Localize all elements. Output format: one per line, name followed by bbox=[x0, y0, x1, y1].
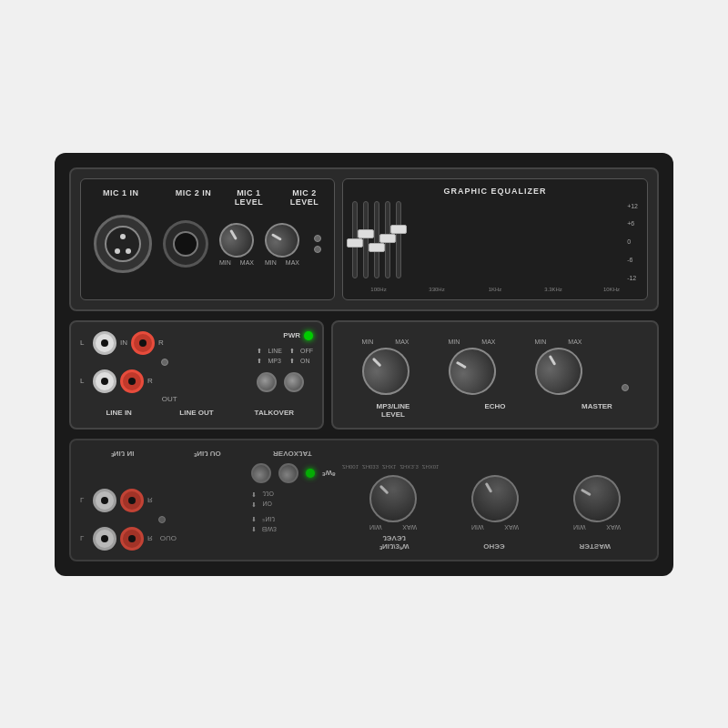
off-switch-label: OFF bbox=[300, 348, 313, 354]
eq-slider-5[interactable] bbox=[396, 201, 401, 278]
eq-db-minus6: -6 bbox=[627, 257, 638, 263]
eq-title: GRAPHIC EQUALIZER bbox=[352, 187, 638, 196]
ref-rca-white-2 bbox=[93, 489, 116, 512]
eq-db-plus6: +6 bbox=[627, 220, 638, 227]
echo-knob-group: MINMAX bbox=[449, 339, 496, 395]
rca-section: L IN R L bbox=[80, 331, 249, 403]
ref-button-2 bbox=[278, 463, 298, 483]
line-section: L IN R L bbox=[69, 320, 324, 430]
pwr-label: PWR bbox=[283, 331, 300, 339]
eq-freq-1k: 1KHz bbox=[469, 287, 521, 292]
eq-db-0: 0 bbox=[627, 238, 638, 245]
mic1-level-label: MIC 1LEVEL bbox=[235, 188, 264, 208]
mic2-min: MIN bbox=[265, 259, 277, 266]
talkover-button-2[interactable] bbox=[284, 372, 304, 392]
mic1-min: MIN bbox=[219, 259, 231, 266]
in-label: IN bbox=[120, 339, 127, 347]
controls-section: MINMAX MINMAX MINMAX bbox=[331, 320, 659, 430]
mic2-in-label: MIC 2 IN bbox=[176, 188, 212, 198]
l-label-in: L bbox=[80, 339, 89, 347]
reflected-panel: L R OUO L R bbox=[69, 439, 659, 561]
line-switch-label: LINE bbox=[268, 348, 282, 354]
bottom-labels-row: LINE IN LINE OUT TALKOVER bbox=[80, 409, 313, 417]
master-label: MASTER bbox=[546, 402, 648, 419]
reflected-inner: L R OUO L R bbox=[80, 450, 648, 551]
pwr-led bbox=[304, 331, 313, 340]
line-in-label: LINE IN bbox=[80, 409, 157, 417]
ref-knob-1 bbox=[359, 465, 427, 532]
r-label-in: R bbox=[158, 339, 164, 347]
mic1-max: MAX bbox=[240, 259, 254, 266]
master-knob-group: MINMAX bbox=[535, 339, 582, 395]
mic1-level-knob-group: MIN MAX bbox=[219, 223, 254, 266]
screw-bottom bbox=[314, 246, 321, 253]
ref-knob-2 bbox=[462, 466, 527, 531]
ref-rca-red-2 bbox=[120, 489, 144, 512]
mp3-line-label: MP3/LINELEVEL bbox=[342, 402, 444, 419]
echo-knob[interactable] bbox=[440, 339, 504, 403]
ref-knob-3 bbox=[564, 466, 629, 531]
screw-mid bbox=[161, 359, 168, 366]
rca-in-white-1[interactable] bbox=[93, 331, 116, 355]
eq-slider-2[interactable] bbox=[363, 201, 369, 278]
master-minmax: MINMAX bbox=[535, 339, 582, 345]
echo-minmax: MINMAX bbox=[449, 339, 496, 345]
ref-rca-white-1 bbox=[93, 527, 116, 551]
mic-section: MIC 1 IN MIC 2 IN MIC 1LEVEL MIC 2LEVEL bbox=[80, 178, 335, 300]
eq-slider-1[interactable] bbox=[352, 201, 358, 278]
echo-label: ECHO bbox=[444, 402, 546, 419]
controls-labels-row: MP3/LINELEVEL ECHO MASTER bbox=[342, 402, 648, 419]
talkover-area: PWR ⬆ LINE ⬆ MP3 bbox=[257, 331, 313, 392]
screw-controls bbox=[622, 384, 629, 391]
middle-panel: L IN R L bbox=[69, 320, 659, 430]
mic1-level-knob[interactable] bbox=[213, 217, 260, 264]
controls-knobs-row: MINMAX MINMAX MINMAX bbox=[342, 331, 648, 395]
l-label-out: L bbox=[80, 377, 89, 385]
master-knob[interactable] bbox=[526, 339, 591, 403]
line-out-label: LINE OUT bbox=[157, 409, 235, 417]
screw-top bbox=[314, 235, 321, 242]
rca-out-white-1[interactable] bbox=[93, 369, 116, 393]
mic2-max: MAX bbox=[286, 259, 299, 266]
on-switch-label: ON bbox=[300, 358, 310, 364]
ref-screw bbox=[158, 516, 166, 523]
mic2-level-knob[interactable] bbox=[258, 217, 306, 264]
trs-input[interactable] bbox=[163, 220, 208, 268]
eq-db-minus12: -12 bbox=[627, 275, 638, 281]
r-label-out: R bbox=[147, 377, 153, 385]
mp3-line-knob[interactable] bbox=[352, 338, 420, 405]
ref-button-1 bbox=[251, 463, 271, 483]
out-label: OUT bbox=[89, 395, 249, 403]
mp3-line-knob-group: MINMAX bbox=[362, 339, 410, 395]
main-container: MIC 1 IN MIC 2 IN MIC 1LEVEL MIC 2LEVEL bbox=[55, 153, 673, 576]
eq-freq-33k: 3.3KHz bbox=[527, 287, 580, 292]
eq-db-labels: +12 +6 0 -6 -12 bbox=[627, 201, 638, 283]
mic2-level-label: MIC 2LEVEL bbox=[290, 188, 319, 208]
talkover-button-1[interactable] bbox=[257, 372, 277, 392]
rca-in-red-1[interactable] bbox=[131, 331, 155, 355]
eq-freq-100: 100Hz bbox=[352, 287, 405, 292]
eq-freq-10k: 10KHz bbox=[585, 287, 638, 292]
ref-rca-red-1 bbox=[120, 527, 144, 551]
eq-db-plus12: +12 bbox=[627, 203, 638, 209]
top-panel: MIC 1 IN MIC 2 IN MIC 1LEVEL MIC 2LEVEL bbox=[69, 167, 659, 311]
reflected-left: L R OUO L R bbox=[80, 450, 335, 551]
mp3-switch-label: MP3 bbox=[268, 358, 280, 364]
rca-out-red-1[interactable] bbox=[120, 369, 144, 393]
reflected-right: ᴲNIJ/3ᴾWJЭVЭJ OHЭЭ ЯЭTSAW NIWXAW NIWXAW bbox=[342, 450, 648, 551]
ref-pwr-led bbox=[306, 469, 315, 478]
talkover-label: TALKOVER bbox=[236, 409, 313, 417]
eq-section: GRAPHIC EQUALIZER bbox=[342, 178, 648, 300]
mp3-minmax: MINMAX bbox=[362, 339, 410, 345]
eq-slider-4[interactable] bbox=[385, 201, 390, 278]
mic2-level-knob-group: MIN MAX bbox=[265, 223, 299, 266]
xlr-input[interactable] bbox=[94, 215, 152, 273]
mic1-in-label: MIC 1 IN bbox=[103, 188, 139, 198]
eq-freq-330: 330Hz bbox=[410, 287, 463, 292]
